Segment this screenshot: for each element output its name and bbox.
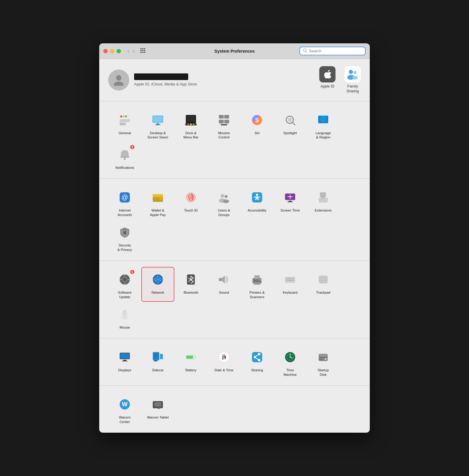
pref-item-battery[interactable]: Battery <box>174 345 207 379</box>
svg-rect-97 <box>254 275 260 279</box>
pref-item-displays[interactable]: Displays <box>108 345 141 379</box>
svg-rect-106 <box>286 280 287 281</box>
pref-item-users[interactable]: Users &Groups <box>207 185 241 220</box>
pref-icon-users <box>215 188 233 206</box>
pref-item-wallet[interactable]: Wallet &Apple Pay <box>141 185 174 220</box>
pref-item-security[interactable]: Security& Privacy <box>108 220 141 255</box>
pref-icon-sharing <box>248 348 266 366</box>
profile-section: Apple ID, iCloud, Media & App Store Appl… <box>99 59 370 101</box>
pref-icon-dock <box>182 111 200 129</box>
pref-item-bluetooth[interactable]: Bluetooth <box>174 267 207 302</box>
pref-icon-trackpad <box>314 270 332 289</box>
pref-label-screentime: Screen Time <box>280 208 300 213</box>
pref-item-timemachine[interactable]: TimeMachine <box>274 345 307 379</box>
maximize-button[interactable] <box>117 49 121 53</box>
pref-icon-datetime: JUL17 <box>215 348 233 366</box>
svg-rect-0 <box>140 48 142 49</box>
pref-icon-wallet <box>149 188 167 206</box>
svg-point-13 <box>349 70 353 74</box>
pref-item-language[interactable]: 🌐Language& Region <box>307 107 340 142</box>
pref-item-software[interactable]: 1SoftwareUpdate <box>108 267 141 302</box>
svg-point-47 <box>124 158 126 160</box>
pref-icon-touchid <box>182 188 200 206</box>
svg-rect-2 <box>144 48 145 49</box>
pref-item-mouse[interactable]: Mouse <box>108 302 141 332</box>
svg-point-81 <box>123 278 126 281</box>
pref-icon-spotlight <box>281 111 299 129</box>
pref-label-timemachine: TimeMachine <box>284 368 296 377</box>
pref-label-siri: Siri <box>255 131 260 135</box>
pref-item-touchid[interactable]: Touch ID <box>174 185 207 220</box>
avatar[interactable] <box>108 70 129 91</box>
pref-item-startupdisk[interactable]: StartupDisk <box>307 345 340 379</box>
window-title: System Preferences <box>214 49 255 54</box>
pref-item-extensions[interactable]: Extensions <box>307 185 340 220</box>
svg-rect-37 <box>221 124 227 125</box>
search-input[interactable] <box>309 49 362 53</box>
back-button[interactable]: ‹ <box>126 48 130 54</box>
minimize-button[interactable] <box>110 49 114 53</box>
svg-rect-143 <box>325 358 326 360</box>
svg-text:🌐: 🌐 <box>320 116 327 122</box>
pref-item-desktop[interactable]: Desktop &Screen Saver <box>141 107 174 142</box>
svg-point-11 <box>116 75 121 81</box>
titlebar: ‹ › System Preferences <box>99 43 370 59</box>
content: Apple ID, iCloud, Media & App Store Appl… <box>99 59 370 432</box>
pref-label-touchid: Touch ID <box>184 208 198 213</box>
svg-rect-108 <box>293 280 294 281</box>
svg-rect-70 <box>287 202 293 202</box>
pref-item-network[interactable]: Network <box>141 267 174 302</box>
pref-item-printers[interactable]: Printers &Scanners <box>241 267 274 302</box>
pref-item-keyboard[interactable]: Keyboard <box>274 267 307 302</box>
pref-item-sharing[interactable]: Sharing <box>241 345 274 379</box>
pref-item-mission[interactable]: MissionControl <box>207 107 241 142</box>
sections-container: GeneralDesktop &Screen SaverDock &Menu B… <box>99 101 370 433</box>
profile-subtitle: Apple ID, iCloud, Media & App Store <box>134 82 314 86</box>
pref-item-accessibility[interactable]: Accessibility <box>241 185 274 220</box>
pref-icon-startupdisk <box>314 348 332 366</box>
pref-item-wacomtablet[interactable]: Wacom Tablet <box>141 392 174 427</box>
close-button[interactable] <box>103 49 108 53</box>
pref-item-screentime[interactable]: Screen Time <box>274 185 307 220</box>
svg-rect-104 <box>292 278 293 279</box>
pref-label-displays: Displays <box>118 368 131 372</box>
svg-rect-33 <box>219 115 224 119</box>
pref-item-wacom[interactable]: WWacomCenter <box>108 392 141 427</box>
pref-label-sharing: Sharing <box>251 368 263 372</box>
pref-item-sound[interactable]: Sound <box>207 267 241 302</box>
pref-item-general[interactable]: General <box>108 107 141 142</box>
svg-point-57 <box>221 194 224 198</box>
apple-id-button[interactable]: Apple ID <box>319 66 336 94</box>
pref-item-trackpad[interactable]: Trackpad <box>307 267 340 302</box>
svg-rect-28 <box>186 116 195 122</box>
forward-button[interactable]: › <box>132 48 136 54</box>
family-sharing-label: FamilySharing <box>346 84 359 94</box>
svg-rect-105 <box>293 278 294 279</box>
svg-rect-118 <box>153 353 159 359</box>
pref-item-notifications[interactable]: 1Notifications <box>108 142 141 172</box>
pref-item-dock[interactable]: Dock &Menu Bar <box>174 107 207 142</box>
svg-rect-102 <box>288 278 289 279</box>
pref-item-spotlight[interactable]: Spotlight <box>274 107 307 142</box>
pref-label-wallet: Wallet &Apple Pay <box>150 208 166 217</box>
search-box[interactable] <box>299 47 366 55</box>
section-section3: 1SoftwareUpdateNetworkBluetoothSoundPrin… <box>99 261 370 338</box>
svg-point-134 <box>258 359 260 361</box>
apple-id-label: Apple ID <box>320 84 334 89</box>
svg-rect-1 <box>142 48 143 49</box>
grid-button[interactable] <box>139 47 147 55</box>
svg-rect-94 <box>219 278 222 281</box>
pref-item-datetime[interactable]: JUL17Date & Time <box>207 345 241 379</box>
svg-rect-35 <box>219 120 224 123</box>
svg-point-133 <box>258 353 260 355</box>
pref-label-general: General <box>119 131 131 135</box>
apple-id-icon <box>319 66 336 82</box>
section-section2: @InternetAccountsWallet &Apple PayTouch … <box>99 179 370 261</box>
pref-label-wacomtablet: Wacom Tablet <box>147 415 169 420</box>
svg-rect-107 <box>288 280 292 281</box>
pref-item-internet[interactable]: @InternetAccounts <box>108 185 141 220</box>
family-sharing-button[interactable]: FamilySharing <box>345 66 361 94</box>
pref-item-sidecar[interactable]: Sidecar <box>141 345 174 379</box>
pref-item-siri[interactable]: SSiri <box>241 107 274 142</box>
svg-rect-142 <box>319 359 323 360</box>
